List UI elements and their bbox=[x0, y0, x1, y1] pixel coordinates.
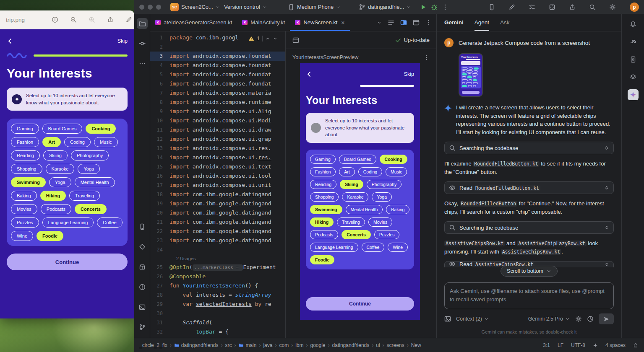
tool-call[interactable]: Searching the codebase bbox=[444, 221, 614, 234]
gemini-settings-icon[interactable] bbox=[575, 316, 582, 322]
device-selector[interactable]: Medium Phone bbox=[288, 4, 340, 10]
code-line: 31 Scaffold( bbox=[150, 318, 285, 327]
tab-options-icon[interactable] bbox=[425, 19, 432, 26]
encoding[interactable]: UTF-8 bbox=[571, 342, 585, 348]
breadcrumb-item[interactable]: main bbox=[238, 342, 256, 348]
search-everywhere-button[interactable] bbox=[587, 2, 598, 13]
interest-chip: Concerts bbox=[342, 230, 371, 239]
continue-button: Continue bbox=[7, 254, 128, 270]
app-quality-insights-button[interactable] bbox=[137, 241, 148, 252]
window-controls[interactable] bbox=[139, 5, 161, 10]
markup-button[interactable] bbox=[125, 16, 133, 23]
breadcrumb-item[interactable]: com bbox=[279, 342, 289, 348]
zoom-in-button[interactable] bbox=[88, 16, 96, 23]
breadcrumb-item[interactable]: src bbox=[225, 342, 232, 348]
expand-collapse-icon[interactable] bbox=[604, 225, 609, 230]
zoom-out-button[interactable] bbox=[70, 16, 77, 23]
breadcrumb-item[interactable]: New bbox=[411, 342, 421, 348]
terminal-button[interactable] bbox=[137, 302, 148, 313]
ai-actions-button[interactable] bbox=[506, 2, 517, 13]
breadcrumb-item[interactable]: datingandfriends bbox=[332, 342, 370, 348]
commit-button[interactable] bbox=[137, 38, 148, 49]
preview-options-icon[interactable] bbox=[423, 54, 430, 61]
more-actions-icon[interactable] bbox=[442, 4, 448, 10]
usages-hint[interactable]: 2 Usages bbox=[150, 254, 285, 263]
more-tool-windows-button[interactable] bbox=[137, 58, 148, 69]
project-button[interactable] bbox=[137, 18, 148, 29]
close-window-icon[interactable] bbox=[139, 5, 144, 10]
attachment-thumbnail[interactable]: Your Interests bbox=[459, 53, 483, 97]
plugins-button[interactable] bbox=[547, 2, 558, 13]
editor-tab[interactable]: ateIdeasGeneratorScreen.kt bbox=[150, 14, 237, 31]
status-left[interactable]: _circle_2_fix bbox=[139, 342, 167, 348]
device-manager-button[interactable] bbox=[628, 54, 639, 65]
preview-name[interactable]: YourInterestsScreenPreview bbox=[292, 54, 358, 60]
folder-icon bbox=[238, 342, 244, 348]
tab-ask[interactable]: Ask bbox=[500, 14, 510, 31]
running-devices-button[interactable] bbox=[137, 221, 148, 232]
tool-call[interactable]: Read RoundedFilledButton.kt bbox=[444, 181, 614, 194]
view-list-icon[interactable] bbox=[388, 19, 394, 26]
ai-status-icon[interactable] bbox=[593, 343, 598, 348]
preview-mode-icon[interactable] bbox=[292, 37, 299, 44]
close-tab-icon[interactable]: × bbox=[341, 19, 344, 26]
inspections-widget[interactable]: 1 bbox=[247, 35, 279, 42]
run-config-selector[interactable]: datingandfrie... bbox=[359, 4, 411, 10]
code-editor[interactable]: 1package com.ibm.googl23import androidx.… bbox=[150, 31, 285, 338]
share-project-button[interactable] bbox=[567, 2, 578, 13]
next-problem-icon[interactable] bbox=[273, 36, 278, 41]
expand-collapse-icon[interactable] bbox=[604, 185, 609, 191]
chat-history[interactable]: p Generate Jetpack Compose code from a s… bbox=[437, 31, 621, 279]
todo-list-button[interactable] bbox=[527, 2, 537, 13]
line-ending[interactable]: LF bbox=[558, 342, 563, 348]
context-selector[interactable]: Context (2) bbox=[456, 316, 489, 322]
project-selector[interactable]: SC Screen2Co... bbox=[170, 3, 220, 11]
notifications-button[interactable] bbox=[628, 19, 639, 30]
version-control-button[interactable] bbox=[137, 322, 148, 333]
scroll-to-bottom-button[interactable]: Scroll to bottom bbox=[501, 266, 558, 277]
hidden-tabs-icon[interactable] bbox=[377, 20, 382, 25]
avatar[interactable]: p bbox=[630, 3, 639, 12]
gemini-button[interactable] bbox=[628, 89, 639, 100]
zoom-window-icon[interactable] bbox=[156, 5, 161, 10]
caret-position[interactable]: 3:1 bbox=[543, 342, 550, 348]
running-devices-button[interactable] bbox=[486, 2, 497, 13]
editor-tab[interactable]: NewScreen.kt× bbox=[290, 14, 349, 31]
model-selector[interactable]: Gemini 2.5 Pro bbox=[528, 316, 570, 322]
pencil-icon bbox=[508, 4, 515, 10]
gradle-button[interactable] bbox=[628, 36, 639, 47]
breadcrumb-item[interactable]: ui bbox=[376, 342, 380, 348]
run-button[interactable] bbox=[420, 4, 427, 10]
lock-icon[interactable] bbox=[633, 343, 638, 348]
minimize-window-icon[interactable] bbox=[148, 5, 153, 10]
tab-agent[interactable]: Agent bbox=[475, 14, 489, 31]
preview-header: Up-to-date bbox=[286, 31, 436, 49]
detach-window-icon[interactable] bbox=[413, 19, 420, 26]
expand-collapse-icon[interactable] bbox=[604, 261, 609, 267]
editor-tab[interactable]: MainActivity.kt bbox=[237, 14, 290, 31]
breadcrumb-item[interactable]: java bbox=[263, 342, 272, 348]
layout-inspector-button[interactable] bbox=[628, 72, 639, 83]
info-button[interactable] bbox=[51, 16, 59, 23]
send-button[interactable] bbox=[599, 313, 614, 324]
vcs-widget[interactable]: Version control bbox=[224, 4, 267, 10]
history-icon[interactable] bbox=[587, 316, 594, 322]
breadcrumb-item[interactable]: screens bbox=[387, 342, 404, 348]
debug-button[interactable] bbox=[431, 4, 438, 10]
breadcrumb-item[interactable]: google bbox=[310, 342, 325, 348]
breadcrumb-item[interactable]: ibm bbox=[295, 342, 303, 348]
gemini-input[interactable]: Ask Gemini, use @filename to attach sour… bbox=[444, 282, 614, 309]
build-button[interactable] bbox=[137, 261, 148, 272]
attach-image-icon[interactable] bbox=[444, 316, 451, 322]
share-button[interactable] bbox=[107, 16, 114, 23]
prev-problem-icon[interactable] bbox=[265, 36, 270, 41]
indent[interactable]: 4 spaces bbox=[605, 342, 626, 348]
problems-button[interactable] bbox=[137, 282, 148, 292]
expand-collapse-icon[interactable] bbox=[604, 145, 609, 151]
split-editor-icon[interactable] bbox=[400, 19, 407, 26]
screen-title: Your Interests bbox=[306, 94, 414, 106]
settings-button[interactable] bbox=[607, 2, 618, 13]
interest-chip: Coding bbox=[64, 137, 91, 147]
breadcrumb-item[interactable]: datingandfriends bbox=[174, 342, 219, 348]
tool-call[interactable]: Searching the codebase bbox=[444, 142, 614, 154]
